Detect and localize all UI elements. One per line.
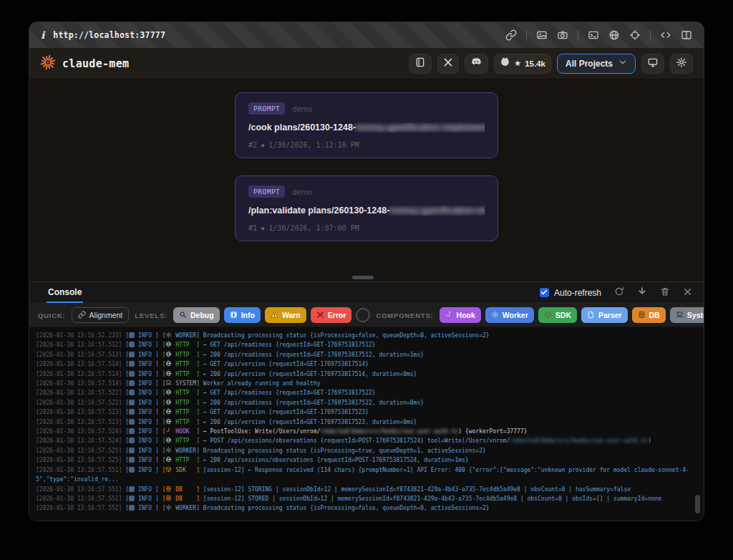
toolbar-divider xyxy=(578,30,578,41)
toolbar-divider xyxy=(650,30,651,41)
console-resize-handle[interactable] xyxy=(352,276,374,279)
log-line: [2026-01-30 13:16:57.523] [ INFO ] [ HTT… xyxy=(36,417,696,427)
file-icon xyxy=(587,311,595,320)
globe-icon xyxy=(165,361,172,367)
globe-icon xyxy=(165,457,172,463)
prompt-card[interactable]: PROMPT demo /cook plans/260130-1248-home… xyxy=(235,92,498,158)
console-filterbar: QUICK:AlignmentLEVELS:DebugInfoWarnError… xyxy=(29,304,704,327)
log-line: [2026-01-30 13:16:57.552] [ INFO ] [ WOR… xyxy=(36,503,696,513)
levels-reset-button[interactable] xyxy=(356,308,370,322)
project-tag: demo xyxy=(292,105,312,113)
component-filter-db-button[interactable]: DB xyxy=(632,307,666,323)
info-level-icon xyxy=(129,409,135,415)
warn-icon xyxy=(271,311,278,320)
component-filter-worker-button[interactable]: Worker xyxy=(485,307,534,323)
display-button[interactable] xyxy=(641,54,664,74)
discord-button[interactable] xyxy=(465,54,488,74)
project-tag: demo xyxy=(292,188,312,196)
info-level-icon xyxy=(129,332,135,338)
log-line: [2026-01-30 13:16:57.524] [ INFO ] [ HTT… xyxy=(36,436,696,445)
auto-refresh-toggle[interactable]: Auto-refresh xyxy=(540,288,601,298)
page-info-icon[interactable]: i xyxy=(41,29,44,41)
info-level-icon xyxy=(129,448,135,453)
prompt-meta: #1●1/30/2026, 1:07:00 PM xyxy=(248,224,485,232)
refresh-button[interactable] xyxy=(614,286,624,299)
close-icon xyxy=(683,286,692,299)
app-window: i http://localhost:37777 claude-mem ★ 15… xyxy=(29,21,704,521)
redacted-log-text: redacted/demo/src/hooks/use-user-auth.ts xyxy=(510,438,648,444)
component-filter-parser-button[interactable]: Parser xyxy=(581,307,628,323)
toolbar-divider xyxy=(526,30,527,41)
docs-button[interactable] xyxy=(409,54,432,74)
claude-mem-logo-icon xyxy=(40,54,56,73)
split-view-button[interactable] xyxy=(681,29,692,41)
db-icon xyxy=(165,486,172,493)
x-button[interactable] xyxy=(437,54,459,74)
level-filter-warn-button[interactable]: Warn xyxy=(265,307,306,323)
info-level-icon xyxy=(129,496,135,501)
prompt-badge: PROMPT xyxy=(248,102,285,115)
link-button[interactable] xyxy=(505,29,517,41)
scrollbar-thumb[interactable] xyxy=(695,495,700,513)
component-filter-sdk-button[interactable]: SDK xyxy=(538,307,577,323)
redacted-text: homey-gamification-implementation xyxy=(389,206,485,216)
console-tab[interactable]: Console xyxy=(47,282,83,303)
log-line: [2026-01-30 13:16:57.514] [ INFO ] [ HTT… xyxy=(36,370,696,379)
info-level-icon xyxy=(129,390,135,395)
auto-refresh-label: Auto-refresh xyxy=(554,288,601,298)
terminal-button[interactable] xyxy=(588,29,599,41)
console-tabbar: Console Auto-refresh xyxy=(29,282,704,304)
log-line: [2026-01-30 13:16:57.551] [ INFO ] [ DB … xyxy=(36,494,696,503)
download-button[interactable] xyxy=(637,286,647,299)
log-output[interactable]: [2026-01-30 13:16:52.233] [ INFO ] [ WOR… xyxy=(29,327,704,521)
app-header: claude-mem ★ 15.4k All Projects xyxy=(29,48,704,79)
info-icon xyxy=(230,311,238,320)
levels-label: LEVELS: xyxy=(135,312,168,319)
info-level-icon xyxy=(129,380,135,386)
image-capture-button[interactable] xyxy=(536,29,548,41)
info-level-icon xyxy=(129,505,135,511)
gear-icon xyxy=(165,332,172,339)
globe-icon xyxy=(165,419,172,425)
components-label: COMPONENTS: xyxy=(376,312,433,319)
camera-button[interactable] xyxy=(557,29,568,41)
prompt-card[interactable]: PROMPT demo /plan:validate plans/260130-… xyxy=(235,175,498,241)
laptop-icon xyxy=(676,311,684,320)
level-filter-debug-button[interactable]: Debug xyxy=(173,307,220,323)
network-globe-button[interactable] xyxy=(608,29,620,41)
close-console-button[interactable] xyxy=(683,286,692,299)
header-actions: ★ 15.4k All Projects xyxy=(409,54,693,74)
github-stars-button[interactable]: ★ 15.4k xyxy=(494,54,551,74)
log-line: [2026-01-30 13:16:57.523] [ INFO ] [ HTT… xyxy=(36,407,696,417)
log-line: [2026-01-30 13:16:57.512] [ INFO ] [ HTT… xyxy=(36,340,696,349)
log-line: [2026-01-30 13:16:57.525] [ INFO ] [ WOR… xyxy=(36,446,696,455)
info-level-icon xyxy=(129,438,135,443)
component-filter-system-button[interactable]: System xyxy=(670,307,704,323)
globe-icon xyxy=(165,371,172,377)
console-panel: Console Auto-refresh QUICK:AlignmentLEVE… xyxy=(29,281,704,521)
log-line: [2026-01-30 13:16:52.233] [ INFO ] [ WOR… xyxy=(36,331,696,340)
redacted-log-text: redacted/demo/src/hooks/use-user-auth.ts xyxy=(321,428,459,435)
component-filter-hook-button[interactable]: Hook xyxy=(440,307,481,323)
info-level-icon xyxy=(129,371,135,377)
settings-button[interactable] xyxy=(670,54,693,74)
level-filter-error-button[interactable]: Error xyxy=(311,307,352,323)
globe-icon xyxy=(165,400,172,406)
refresh-icon xyxy=(614,286,624,299)
log-line: [2026-01-30 13:16:57.525] [ INFO ] [ HTT… xyxy=(36,455,696,465)
info-level-icon xyxy=(129,428,135,434)
clear-button[interactable] xyxy=(660,286,670,299)
code-view-button[interactable] xyxy=(660,29,671,41)
monitor-icon xyxy=(647,57,659,71)
browser-titlebar: i http://localhost:37777 xyxy=(29,22,704,48)
inspect-target-button[interactable] xyxy=(629,29,641,41)
hook-icon xyxy=(165,428,172,435)
globe-icon xyxy=(165,390,172,396)
log-line: [2026-01-30 13:16:57.514] [ INFO ] [ SYS… xyxy=(36,379,696,388)
level-filter-info-button[interactable]: Info xyxy=(224,307,261,323)
prompt-text: /cook plans/260130-1248-homey-gamificati… xyxy=(248,122,485,132)
info-level-icon xyxy=(129,457,135,463)
project-selector[interactable]: All Projects xyxy=(557,54,636,74)
quick-filter-alignment-button[interactable]: Alignment xyxy=(72,307,130,323)
info-level-icon xyxy=(129,400,135,405)
